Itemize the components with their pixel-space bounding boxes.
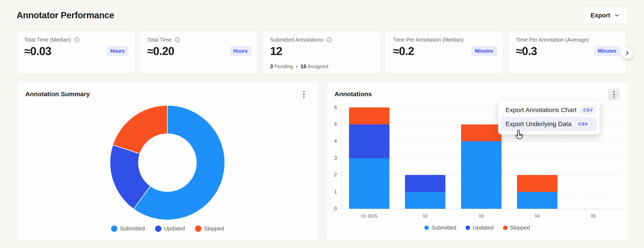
export-button[interactable]: Export — [583, 7, 628, 24]
legend-item-updated[interactable]: Updated — [466, 225, 494, 231]
legend-dot-submitted — [424, 226, 429, 230]
stat-value: ≈0.20 — [147, 45, 174, 58]
pending-label: Pending — [274, 63, 293, 69]
bar-chart-legend: SubmittedUpdatedSkipped — [326, 225, 628, 231]
donut-slice-skipped — [113, 105, 168, 154]
chevron-right-icon — [624, 50, 630, 56]
bar-segment-updated-02 — [405, 175, 445, 192]
export-button-label: Export — [590, 12, 610, 19]
stat-card-submitted-annotations: Submitted Annotations 12 3 Pending 15 As… — [262, 31, 381, 74]
legend-item-submitted[interactable]: Submitted — [424, 225, 456, 231]
stat-label: Time Per Annotation (Average) — [516, 37, 589, 43]
donut-chart — [108, 103, 227, 222]
stat-footer: 3 Pending 15 Assigned — [270, 63, 328, 69]
bar-segment-submitted-04 — [517, 192, 558, 209]
y-axis-tick-label: 4 — [326, 138, 337, 144]
x-axis-tick-label: 01 2025 — [341, 213, 397, 219]
pending-count: 3 — [270, 63, 273, 69]
legend-label: Submitted — [120, 225, 145, 232]
annotations-title: Annotations — [334, 91, 372, 98]
y-axis-tick-label: 2 — [326, 172, 337, 178]
legend-label: Updated — [164, 225, 185, 232]
stat-label: Time Per Annotation (Median) — [393, 37, 464, 43]
annotations-menu-button[interactable] — [608, 89, 620, 100]
y-axis-tick-label: 3 — [326, 155, 337, 161]
bar-segment-skipped-01-2025 — [349, 108, 390, 124]
stats-row: Total Time (Median) ≈0.03 Hours Total Ti… — [16, 31, 626, 74]
x-axis-tick-label: 02 — [397, 213, 453, 219]
legend-item-updated[interactable]: Updated — [155, 225, 185, 232]
stat-card-time-per-annotation-median: Time Per Annotation (Median) ≈0.2 Minute… — [386, 31, 504, 74]
legend-item-submitted[interactable]: Submitted — [111, 225, 145, 232]
kebab-icon — [303, 91, 304, 93]
kebab-icon — [613, 91, 615, 93]
annotation-summary-title: Annotation Summary — [25, 91, 90, 98]
stat-card-total-time-median: Total Time (Median) ≈0.03 Hours — [16, 31, 135, 74]
legend-dot-skipped — [503, 226, 508, 230]
bar-segment-updated-01-2025 — [349, 124, 390, 158]
bar-segment-submitted-03 — [461, 141, 502, 209]
bar-segment-skipped-03 — [461, 124, 502, 141]
page-header: Annotator Performance Export — [16, 6, 628, 24]
legend-label: Updated — [472, 225, 494, 231]
assigned-label: Assigned — [307, 63, 328, 69]
bar-segment-submitted-01-2025 — [349, 158, 390, 209]
assigned-count: 15 — [300, 63, 306, 69]
legend-dot-submitted — [111, 226, 118, 232]
legend-label: Skipped — [510, 225, 530, 231]
unit-badge: Hours — [107, 46, 128, 56]
chevron-down-icon — [614, 12, 620, 18]
menu-item-label: Export Underlying Data — [506, 121, 572, 127]
x-axis-tick-label: 03 — [453, 213, 509, 219]
menu-item-export-underlying-data[interactable]: Export Underlying Data CSV — [501, 117, 596, 131]
stat-label: Submitted Annotations — [270, 37, 323, 43]
annotation-summary-card: Annotation Summary SubmittedUpdatedSkipp… — [16, 82, 318, 241]
legend-label: Submitted — [431, 225, 456, 231]
x-axis-tick-label: 05 — [565, 213, 621, 219]
stat-label: Total Time (Median) — [24, 37, 71, 43]
menu-item-label: Export Annotations Chart — [506, 106, 576, 114]
legend-item-skipped[interactable]: Skipped — [503, 225, 530, 231]
stats-next-button[interactable] — [621, 47, 633, 59]
legend-dot-skipped — [195, 226, 202, 232]
stat-label: Total Time — [147, 37, 172, 43]
page-title: Annotator Performance — [16, 10, 114, 20]
x-axis-tick-label: 04 — [509, 213, 565, 219]
legend-dot-updated — [155, 226, 162, 232]
legend-label: Skipped — [204, 225, 224, 232]
y-axis-tick-label: 5 — [326, 122, 337, 127]
info-icon[interactable] — [74, 37, 80, 43]
stat-card-time-per-annotation-average: Time Per Annotation (Average) ≈0.3 Minut… — [508, 31, 626, 74]
info-icon[interactable] — [174, 37, 180, 43]
annotator-performance-page: Annotator Performance Export Total Time … — [0, 0, 644, 248]
menu-item-export-annotations-chart[interactable]: Export Annotations Chart CSV — [501, 103, 596, 117]
dot-separator — [296, 66, 298, 67]
stat-value: ≈0.3 — [516, 45, 537, 58]
stat-value: ≈0.03 — [24, 45, 51, 58]
annotation-summary-menu-button[interactable] — [298, 89, 310, 100]
gridline-y-0 — [341, 209, 621, 209]
legend-item-skipped[interactable]: Skipped — [195, 225, 224, 232]
unit-badge: Minutes — [471, 46, 497, 56]
stat-card-total-time: Total Time ≈0.20 Hours — [140, 31, 258, 74]
y-axis-tick-label: 1 — [326, 189, 337, 195]
csv-badge: CSV — [575, 120, 591, 128]
info-icon[interactable] — [326, 37, 332, 43]
stat-value: 12 — [270, 45, 282, 58]
y-axis-tick-label: 6 — [326, 105, 337, 110]
bar-segment-submitted-02 — [405, 192, 445, 209]
unit-badge: Minutes — [594, 46, 620, 56]
y-axis-tick-label: 0 — [326, 206, 337, 212]
donut-legend: SubmittedUpdatedSkipped — [17, 225, 318, 232]
csv-badge: CSV — [580, 106, 596, 114]
legend-dot-updated — [466, 226, 470, 230]
stat-value: ≈0.2 — [393, 45, 414, 58]
export-context-menu: Export Annotations Chart CSV Export Unde… — [498, 101, 600, 134]
bar-segment-skipped-04 — [517, 175, 558, 192]
unit-badge: Hours — [230, 46, 251, 56]
mouse-cursor-pointer-icon — [514, 129, 524, 141]
